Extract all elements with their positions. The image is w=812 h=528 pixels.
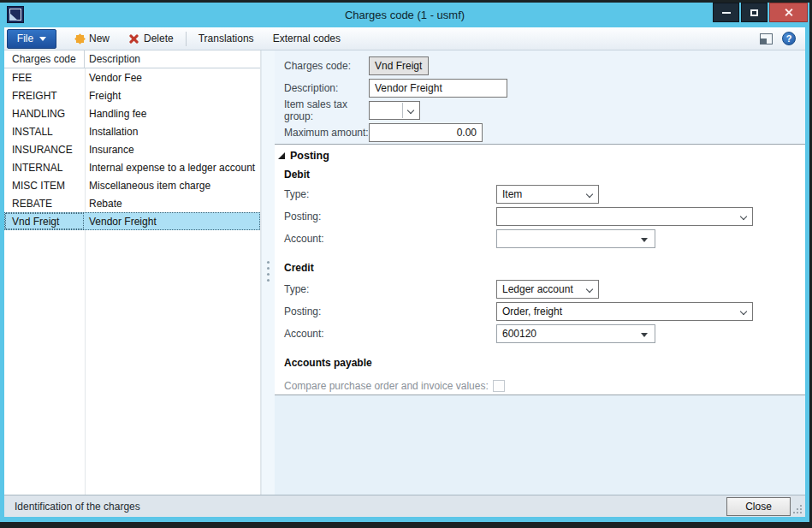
new-button-label: New: [89, 33, 110, 44]
toolbar-right: ?: [760, 32, 805, 45]
debit-posting-combo[interactable]: [496, 207, 753, 226]
grid-row[interactable]: Vnd FreigtVendor Freight: [4, 212, 260, 230]
posting-section: Posting Debit Type: Item Posting:: [275, 145, 805, 395]
grid-row[interactable]: INTERNALInternal expense to a ledger acc…: [4, 158, 260, 176]
grid-cell-code[interactable]: INSTALL: [4, 122, 85, 140]
chevron-down-icon: [740, 308, 747, 315]
description-field[interactable]: [369, 79, 507, 98]
charges-code-field: Vnd Freigt: [369, 56, 429, 75]
credit-posting-combo[interactable]: Order, freight: [496, 302, 753, 321]
credit-account-lookup[interactable]: 600120: [496, 324, 655, 343]
accounts-payable-group-title: Accounts payable: [284, 357, 372, 369]
splitter[interactable]: [261, 50, 275, 495]
file-menu-label: File: [17, 33, 33, 44]
grid-cell-description[interactable]: Freight: [85, 86, 260, 104]
splitter-handle-icon: [267, 267, 270, 270]
help-icon[interactable]: ?: [782, 32, 796, 45]
grid-cell-code[interactable]: HANDLING: [4, 104, 85, 122]
credit-posting-label: Posting:: [284, 306, 496, 317]
delete-button[interactable]: Delete: [119, 27, 183, 50]
grid-cell-code[interactable]: MISC ITEM: [4, 176, 85, 194]
grid-cell-description[interactable]: Miscellaneous item charge: [85, 176, 260, 194]
screen: Charges code (1 - usmf) File New: [0, 0, 812, 528]
grid-cell-description[interactable]: Handling fee: [85, 104, 260, 122]
grid-cell-description[interactable]: Internal expense to a ledger account: [85, 158, 260, 176]
credit-posting-value: Order, freight: [502, 306, 562, 317]
new-button[interactable]: New: [67, 27, 119, 50]
item-sales-tax-group-combo[interactable]: [369, 101, 420, 120]
chevron-down-icon: [407, 107, 414, 114]
credit-type-combo[interactable]: Ledger account: [496, 280, 599, 299]
status-text: Identification of the charges: [15, 501, 140, 513]
grid-cell-description[interactable]: Insurance: [85, 140, 260, 158]
posting-section-title: Posting: [290, 150, 329, 162]
grid-cell-description[interactable]: Vendor Freight: [85, 212, 260, 230]
compare-values-checkbox[interactable]: [493, 380, 505, 392]
grid-cell-code[interactable]: INTERNAL: [4, 158, 85, 176]
chevron-down-icon: [586, 286, 593, 293]
grid-row[interactable]: FREIGHTFreight: [4, 86, 260, 104]
grid-row[interactable]: INSTALLInstallation: [4, 122, 260, 140]
close-window-button[interactable]: [769, 3, 808, 22]
minimize-icon: [722, 12, 731, 14]
grid-cell-code[interactable]: REBATE: [4, 194, 85, 212]
debit-group-title: Debit: [284, 169, 310, 181]
grid-row[interactable]: MISC ITEMMiscellaneous item charge: [4, 176, 260, 194]
minimize-button[interactable]: [713, 3, 739, 22]
column-header-description[interactable]: Description: [85, 50, 260, 68]
grid-cell-code[interactable]: Vnd Freigt: [4, 212, 85, 230]
posting-section-header[interactable]: Posting: [278, 150, 329, 162]
credit-type-value: Ledger account: [502, 283, 573, 295]
credit-account-value: 600120: [502, 328, 536, 340]
window-title: Charges code (1 - usmf): [103, 3, 707, 27]
maximum-amount-label: Maximum amount:: [284, 127, 369, 139]
grid-cell-code[interactable]: INSURANCE: [4, 140, 85, 158]
form-empty-area: [275, 395, 805, 495]
debit-account-label: Account:: [284, 233, 496, 245]
grid-header: Charges code Description: [4, 50, 260, 68]
app-icon: [7, 6, 24, 23]
maximize-button[interactable]: [741, 3, 768, 22]
header-fields-section: Charges code: Vnd Freigt Description: It…: [275, 50, 805, 145]
grid-row[interactable]: REBATERebate: [4, 194, 260, 212]
status-bar: Identification of the charges Close: [4, 495, 805, 517]
menu-external-codes[interactable]: External codes: [264, 27, 350, 50]
resize-grip[interactable]: [792, 504, 803, 514]
close-icon: [784, 8, 793, 17]
credit-account-label: Account:: [284, 328, 496, 340]
toolbar-separator: [186, 32, 187, 46]
window-content: File New Delete Translations External co…: [4, 27, 805, 517]
close-button[interactable]: Close: [726, 497, 791, 516]
compare-values-label: Compare purchase order and invoice value…: [284, 380, 489, 392]
maximum-amount-field[interactable]: [369, 123, 483, 142]
layout-icon[interactable]: [760, 33, 773, 44]
grid-row[interactable]: FEEVendor Fee: [4, 68, 260, 86]
grid-cell-description[interactable]: Rebate: [85, 194, 260, 212]
grid-cell-description[interactable]: Installation: [85, 122, 260, 140]
debit-account-lookup[interactable]: [496, 229, 655, 248]
debit-type-value: Item: [502, 188, 522, 200]
credit-group-title: Credit: [284, 262, 314, 274]
maximize-icon: [750, 9, 758, 16]
new-star-icon: [76, 35, 84, 43]
file-menu-button[interactable]: File: [7, 29, 56, 49]
charges-code-window: Charges code (1 - usmf) File New: [0, 3, 809, 522]
debit-posting-label: Posting:: [284, 211, 496, 222]
grid-body: FEEVendor FeeFREIGHTFreightHANDLINGHandl…: [4, 68, 260, 230]
column-header-charges-code[interactable]: Charges code: [4, 50, 85, 68]
menu-translations[interactable]: Translations: [189, 27, 264, 50]
debit-type-combo[interactable]: Item: [496, 185, 599, 204]
delete-x-icon: [128, 33, 139, 44]
details-form: Charges code: Vnd Freigt Description: It…: [275, 50, 805, 495]
down-triangle-icon: [641, 238, 648, 242]
grid-row[interactable]: HANDLINGHandling fee: [4, 104, 260, 122]
description-label: Description:: [284, 82, 369, 94]
charges-grid: Charges code Description FEEVendor FeeFR…: [4, 50, 261, 495]
grid-cell-description[interactable]: Vendor Fee: [85, 68, 260, 86]
grid-row[interactable]: INSURANCEInsurance: [4, 140, 260, 158]
grid-cell-code[interactable]: FREIGHT: [4, 86, 85, 104]
expander-icon: [278, 152, 285, 159]
titlebar: Charges code (1 - usmf): [0, 3, 809, 27]
grid-cell-code[interactable]: FEE: [4, 68, 85, 86]
main-area: Charges code Description FEEVendor FeeFR…: [4, 50, 805, 495]
